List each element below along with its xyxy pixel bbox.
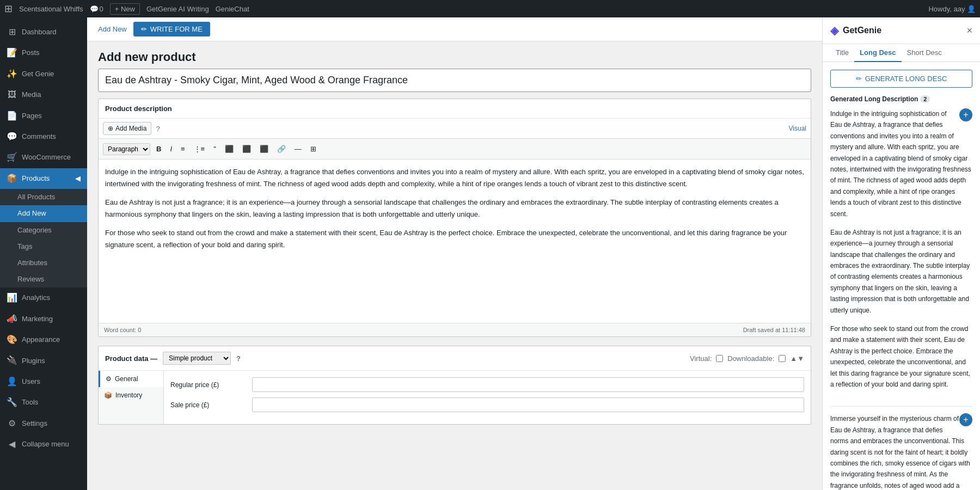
more-button[interactable]: — — [291, 142, 305, 156]
sidebar-item-comments[interactable]: 💬 Comments — [0, 126, 87, 147]
add-media-button[interactable]: ⊕ Add Media — [103, 122, 151, 135]
woocommerce-icon: 🛒 — [7, 151, 17, 163]
getgenie-body: ✏ GENERATE LONG DESC Generated Long Desc… — [823, 62, 980, 490]
product-title-input[interactable] — [98, 69, 811, 92]
products-icon: 📦 — [7, 173, 17, 185]
general-tab[interactable]: ⚙ General — [99, 371, 163, 387]
analytics-icon: 📊 — [7, 292, 17, 304]
regular-price-row: Regular price (£) — [170, 377, 804, 392]
generate-long-desc-button[interactable]: ✏ GENERATE LONG DESC — [830, 70, 972, 88]
regular-price-input[interactable] — [252, 377, 804, 392]
sidebar-collapse[interactable]: ◀ Collapse menu — [0, 434, 87, 455]
link-button[interactable]: 🔗 — [273, 142, 290, 156]
product-type-select[interactable]: Simple product Variable product Grouped … — [163, 352, 231, 365]
write-for-me-button[interactable]: ✏ WRITE FOR ME — [133, 22, 210, 36]
getgenie-header: ◈ GetGenie × — [823, 17, 980, 44]
downloadable-checkbox[interactable] — [779, 355, 786, 362]
add-description-1-button[interactable]: + — [959, 108, 972, 121]
align-left-button[interactable]: ⬛ — [221, 142, 237, 156]
virtual-checkbox[interactable] — [716, 355, 723, 362]
site-name[interactable]: Scentsational Whiffs — [19, 5, 83, 13]
products-arrow-icon: ◀ — [75, 174, 81, 183]
getgenie-close-button[interactable]: × — [966, 25, 972, 36]
generated-description-2: + Immerse yourself in the mysterious cha… — [830, 413, 972, 490]
collapse-icon: ◀ — [7, 438, 17, 450]
sidebar-item-pages[interactable]: 📄 Pages — [0, 106, 87, 126]
paragraph-format-select[interactable]: Paragraph Heading 1 Heading 2 — [103, 143, 150, 155]
new-button[interactable]: + New — [110, 3, 140, 15]
visual-tab-button[interactable]: Visual — [789, 125, 806, 132]
sidebar-item-products[interactable]: 📦 Products ◀ — [0, 168, 87, 189]
editor-top-row: ⊕ Add Media ? Visual — [99, 119, 811, 139]
editor-footer: Word count: 0 Draft saved at 11:11:48 — [99, 323, 811, 336]
dashboard-icon: ⊞ — [7, 26, 17, 38]
product-data-header: Product data — Simple product Variable p… — [99, 346, 811, 371]
sidebar-item-users[interactable]: 👤 Users — [0, 371, 87, 392]
sidebar-item-settings[interactable]: ⚙ Settings — [0, 413, 87, 434]
description-paragraph-3: For those who seek to stand out from the… — [105, 227, 804, 251]
sidebar-item-tools[interactable]: 🔧 Tools — [0, 392, 87, 413]
getgenie-tab-short-desc[interactable]: Short Desc — [902, 44, 947, 62]
align-center-button[interactable]: ⬛ — [238, 142, 255, 156]
sidebar-item-reviews[interactable]: Reviews — [0, 271, 87, 287]
blockquote-button[interactable]: " — [210, 142, 220, 156]
sidebar-item-media[interactable]: 🖼 Media — [0, 84, 87, 105]
page-title: Add new product — [87, 41, 822, 69]
sidebar-item-add-new[interactable]: Add New — [0, 205, 87, 222]
generated-section-title: Generated Long Description 2 — [830, 95, 972, 103]
ordered-list-button[interactable]: ⋮≡ — [190, 142, 209, 156]
generated-count-badge: 2 — [920, 95, 930, 103]
sidebar-item-all-products[interactable]: All Products — [0, 189, 87, 205]
sidebar-item-dashboard[interactable]: ⊞ Dashboard — [0, 22, 87, 42]
unordered-list-button[interactable]: ≡ — [177, 142, 189, 156]
sidebar: ⊞ Dashboard 📝 Posts ✨ Get Genie 🖼 Media … — [0, 17, 87, 490]
generated-desc-text-1c: For those who seek to stand out from the… — [830, 323, 972, 390]
main-content: Add New ✏ WRITE FOR ME Add new product P… — [87, 17, 822, 490]
sidebar-item-get-genie[interactable]: ✨ Get Genie — [0, 64, 87, 84]
getgenie-tab-title[interactable]: Title — [830, 44, 854, 62]
sidebar-item-posts[interactable]: 📝 Posts — [0, 42, 87, 63]
sale-price-input[interactable] — [252, 397, 804, 412]
media-icon: 🖼 — [7, 89, 17, 101]
add-new-link[interactable]: Add New — [98, 25, 127, 33]
genie-chat-tab[interactable]: GenieChat — [216, 5, 249, 13]
sidebar-item-woocommerce[interactable]: 🛒 WooCommerce — [0, 147, 87, 168]
bold-button[interactable]: B — [152, 142, 165, 156]
getgenie-tab-long-desc[interactable]: Long Desc — [854, 44, 901, 62]
virtual-label: Virtual: — [690, 354, 712, 363]
product-data-general-content: Regular price (£) Sale price (£) — [164, 371, 811, 424]
expand-icon[interactable]: ▲▼ — [790, 354, 804, 363]
sidebar-item-plugins[interactable]: 🔌 Plugins — [0, 350, 87, 371]
plugins-icon: 🔌 — [7, 354, 17, 366]
inventory-tab[interactable]: 📦 Inventory — [99, 387, 163, 403]
comments-icon: 💬 — [7, 131, 17, 143]
pages-icon: 📄 — [7, 110, 17, 122]
admin-actions-bar: Add New ✏ WRITE FOR ME — [87, 17, 822, 41]
align-right-button[interactable]: ⬛ — [256, 142, 272, 156]
sidebar-item-appearance[interactable]: 🎨 Appearance — [0, 329, 87, 350]
product-data-tabs: ⚙ General 📦 Inventory Regular price (£) … — [99, 371, 811, 424]
tools-icon: 🔧 — [7, 396, 17, 408]
wp-logo-icon: ⊞ — [4, 3, 13, 15]
sidebar-item-categories[interactable]: Categories — [0, 222, 87, 238]
sidebar-item-marketing[interactable]: 📣 Marketing — [0, 309, 87, 329]
write-icon: ✏ — [141, 25, 147, 33]
notifications[interactable]: 💬 0 — [90, 5, 103, 13]
getgenie-panel: ◈ GetGenie × Title Long Desc Short Desc … — [822, 17, 980, 490]
toolbar-format-group: B I ≡ ⋮≡ " ⬛ ⬛ ⬛ 🔗 — ⊞ — [152, 142, 320, 156]
sidebar-item-analytics[interactable]: 📊 Analytics — [0, 287, 87, 308]
italic-button[interactable]: I — [166, 142, 176, 156]
media-upload-icon: ⊕ — [108, 125, 113, 132]
get-genie-icon: ✨ — [7, 68, 17, 80]
settings-icon: ⚙ — [7, 418, 17, 430]
product-data-header-left: Product data — Simple product Variable p… — [105, 352, 241, 365]
getgenie-ai-writing-tab[interactable]: GetGenie AI Writing — [146, 5, 209, 13]
editor-content[interactable]: Indulge in the intriguing sophistication… — [99, 160, 811, 323]
sidebar-item-attributes[interactable]: Attributes — [0, 255, 87, 271]
table-button[interactable]: ⊞ — [307, 142, 320, 156]
description-paragraph-2: Eau de Ashtray is not just a fragrance; … — [105, 197, 804, 220]
description-box-header: Product description — [99, 99, 811, 119]
sidebar-item-tags[interactable]: Tags — [0, 238, 87, 255]
sale-price-row: Sale price (£) — [170, 397, 804, 412]
howdy[interactable]: Howdy, aay 👤 — [928, 5, 976, 13]
